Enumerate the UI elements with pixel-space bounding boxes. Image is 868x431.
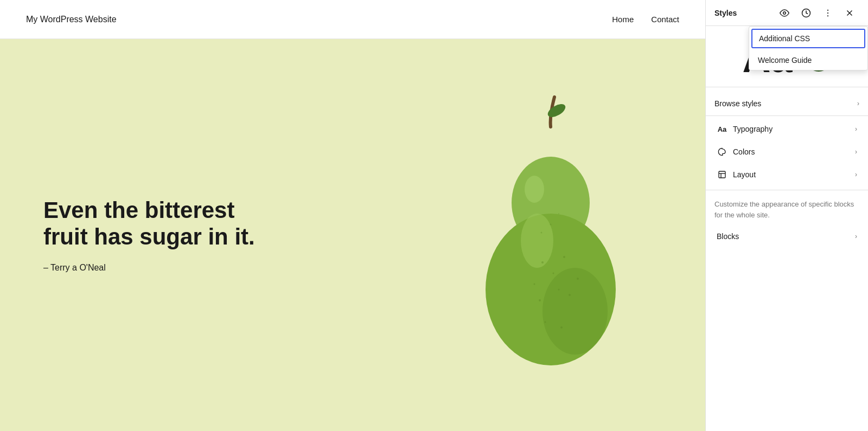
typography-icon: Aa <box>717 125 727 133</box>
svg-point-4 <box>525 176 544 203</box>
blocks-section[interactable]: Blocks › <box>708 226 866 247</box>
site-nav: Home Contact <box>612 15 679 24</box>
panel-content: Browse styles › Aa Typography › Colors › <box>706 87 868 431</box>
layout-section[interactable]: Layout › <box>708 164 866 185</box>
colors-section-left: Colors <box>717 147 755 156</box>
typography-section-left: Aa Typography <box>717 125 773 133</box>
nav-home[interactable]: Home <box>612 15 634 24</box>
customize-text-block: Customize the appearance of specific blo… <box>706 190 868 224</box>
browse-styles-label: Browse styles <box>714 99 761 108</box>
svg-point-7 <box>553 272 554 274</box>
more-options-button[interactable] <box>818 3 838 23</box>
colors-chevron: › <box>855 148 857 156</box>
typography-label: Typography <box>733 125 773 133</box>
preview-area: My WordPress Website Home Contact Even t… <box>0 0 705 431</box>
typography-chevron: › <box>855 125 857 133</box>
svg-point-18 <box>558 213 559 214</box>
layout-icon <box>717 170 727 179</box>
layout-chevron: › <box>855 171 857 178</box>
panel-header: Styles Additional CSS Welcome Guide <box>706 0 868 26</box>
svg-point-9 <box>558 288 560 290</box>
dropdown-item-additional-css[interactable]: Additional CSS <box>751 29 865 48</box>
svg-rect-26 <box>719 171 725 178</box>
dropdown-item-welcome-guide[interactable]: Welcome Guide <box>749 50 867 70</box>
dropdown-menu: Additional CSS Welcome Guide <box>749 26 868 70</box>
hero-image <box>434 78 662 393</box>
browse-styles-row[interactable]: Browse styles › <box>706 92 868 116</box>
svg-point-3 <box>521 214 553 268</box>
svg-point-10 <box>539 299 541 301</box>
svg-point-14 <box>534 283 535 285</box>
customize-text: Customize the appearance of specific blo… <box>714 199 859 220</box>
svg-point-23 <box>827 15 828 16</box>
nav-contact[interactable]: Contact <box>651 15 679 24</box>
pear-illustration <box>450 94 646 376</box>
site-header: My WordPress Website Home Contact <box>0 0 705 39</box>
svg-point-13 <box>560 326 563 329</box>
blocks-label: Blocks <box>717 232 739 241</box>
colors-label: Colors <box>733 147 755 156</box>
svg-point-16 <box>550 223 552 225</box>
panel-header-actions <box>775 3 859 23</box>
hero-text-block: Even the bitterest fruit has sugar in it… <box>43 197 271 273</box>
hero-section: Even the bitterest fruit has sugar in it… <box>0 39 705 431</box>
layout-section-left: Layout <box>717 170 756 179</box>
blocks-chevron: › <box>855 233 857 240</box>
colors-section[interactable]: Colors › <box>708 141 866 163</box>
more-icon <box>823 8 833 18</box>
svg-point-22 <box>827 12 828 13</box>
panel-title: Styles <box>714 9 737 17</box>
svg-point-12 <box>545 321 546 323</box>
preview-button[interactable] <box>775 3 794 23</box>
svg-point-21 <box>827 9 828 10</box>
close-button[interactable] <box>840 3 859 23</box>
svg-point-17 <box>541 231 542 233</box>
history-button[interactable] <box>796 3 816 23</box>
hero-attribution: – Terry a O'Neal <box>43 263 271 273</box>
eye-icon <box>780 8 789 18</box>
svg-point-15 <box>577 278 579 280</box>
svg-point-0 <box>546 101 567 120</box>
svg-point-19 <box>783 11 786 14</box>
styles-panel: Styles Additional CSS Welcome Guide Aa <box>705 0 868 431</box>
svg-point-11 <box>569 294 571 296</box>
svg-point-5 <box>542 268 608 355</box>
close-icon <box>845 8 854 18</box>
colors-icon <box>717 147 727 156</box>
site-title: My WordPress Website <box>26 15 117 24</box>
history-icon <box>801 8 811 18</box>
layout-label: Layout <box>733 170 756 179</box>
svg-point-6 <box>541 261 544 263</box>
hero-quote: Even the bitterest fruit has sugar in it… <box>43 197 271 250</box>
svg-point-8 <box>563 256 565 258</box>
typography-section[interactable]: Aa Typography › <box>708 118 866 140</box>
browse-styles-chevron: › <box>857 100 859 107</box>
